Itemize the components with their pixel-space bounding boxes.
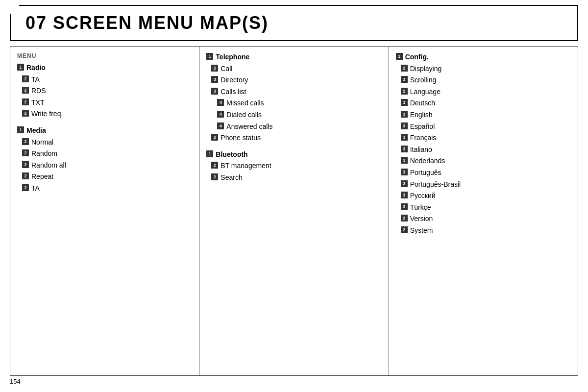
- list-item: 2 TA: [17, 75, 194, 85]
- badge-3: 3: [401, 134, 408, 141]
- list-item: 1 Media: [17, 126, 194, 136]
- item-label: System: [410, 226, 433, 236]
- list-item: 2 TA: [17, 184, 194, 194]
- item-label: Config.: [405, 52, 429, 62]
- item-label: Dialed calls: [226, 110, 262, 120]
- list-item: 2 Phone status: [206, 133, 383, 143]
- list-item: 4 Missed calls: [206, 98, 383, 108]
- badge-3: 3: [401, 180, 408, 187]
- item-label: Normal: [31, 138, 53, 147]
- badge-3: 3: [401, 111, 408, 118]
- list-item: 2 RDS: [17, 86, 194, 96]
- item-label: Call: [220, 64, 232, 74]
- badge-2: 2: [401, 215, 408, 221]
- item-label: Displaying: [410, 64, 442, 74]
- badge-3: 3: [401, 146, 408, 152]
- title-banner: 07 SCREEN MENU MAP(S): [10, 5, 578, 41]
- item-label: Search: [220, 173, 242, 183]
- list-item: 3 Português: [396, 168, 573, 178]
- item-label: TA: [31, 75, 40, 85]
- item-label: Directory: [220, 75, 248, 85]
- item-label: Español: [410, 122, 435, 132]
- list-item: 2 Version: [396, 214, 573, 224]
- page-number: 154: [10, 376, 578, 387]
- list-item: 2 Normal: [17, 138, 194, 147]
- list-item: 2 Search: [206, 173, 383, 183]
- badge-3: 3: [401, 192, 408, 198]
- item-label: Phone status: [220, 133, 261, 143]
- badge-4: 4: [217, 99, 224, 106]
- item-label: Answered calls: [226, 122, 272, 132]
- item-label: Write freq.: [31, 109, 63, 119]
- badge-1: 1: [206, 53, 213, 60]
- item-label: Français: [410, 133, 437, 143]
- badge-3: 3: [401, 99, 408, 106]
- list-item: 1 Config.: [396, 52, 573, 62]
- badge-2: 2: [211, 134, 218, 141]
- badge-2: 2: [211, 173, 218, 180]
- badge-1: 1: [17, 126, 24, 133]
- item-label: Language: [410, 87, 441, 97]
- list-item: 2 Write freq.: [17, 109, 194, 119]
- badge-2: 2: [401, 65, 408, 72]
- badge-2: 2: [22, 184, 29, 191]
- list-item: 3 Italiano: [396, 145, 573, 155]
- column-telephone: 1 Telephone 2 Call 3 Directory 3 Calls l…: [199, 47, 389, 375]
- list-item: 3 Русский: [396, 191, 573, 201]
- item-label: Русский: [410, 191, 436, 201]
- item-label: Missed calls: [226, 98, 264, 108]
- item-label: English: [410, 110, 433, 120]
- item-label: Türkçe: [410, 203, 431, 213]
- badge-4: 4: [217, 111, 224, 118]
- list-item: 3 Português-Brasil: [396, 180, 573, 190]
- list-item: 1 Telephone: [206, 52, 383, 62]
- page: 07 SCREEN MENU MAP(S) MENU 1 Radio 2 TA …: [0, 0, 588, 392]
- item-label: TA: [31, 184, 40, 194]
- list-item: 2 Language: [396, 87, 573, 97]
- list-item: 3 Türkçe: [396, 203, 573, 213]
- item-label: Media: [26, 126, 46, 136]
- badge-2: 2: [211, 65, 218, 72]
- list-item: 4 Answered calls: [206, 122, 383, 132]
- list-item: 3 English: [396, 110, 573, 120]
- item-label: RDS: [31, 86, 46, 96]
- badge-2: 2: [22, 172, 29, 179]
- badge-3: 3: [401, 122, 408, 129]
- badge-1: 1: [206, 150, 213, 157]
- badge-2: 2: [22, 149, 29, 156]
- item-label: Scrolling: [410, 75, 437, 85]
- col-header-menu: MENU: [17, 52, 194, 59]
- content-area: MENU 1 Radio 2 TA 2 RDS 2 TXT 2 Write fr…: [10, 46, 578, 376]
- item-label: BT management: [220, 161, 271, 171]
- list-item: 2 Call: [206, 64, 383, 74]
- item-label: Version: [410, 214, 433, 224]
- badge-2: 2: [22, 75, 29, 82]
- list-item: 2 System: [396, 226, 573, 236]
- badge-3: 3: [401, 203, 408, 210]
- list-item: 3 Nederlands: [396, 156, 573, 166]
- badge-2: 2: [22, 110, 29, 117]
- badge-1: 1: [396, 53, 403, 60]
- list-item: 3 Español: [396, 122, 573, 132]
- list-item: 1 Radio: [17, 63, 194, 73]
- badge-2: 2: [22, 138, 29, 145]
- badge-2: 2: [22, 161, 29, 168]
- item-label: Nederlands: [410, 156, 445, 166]
- badge-3: 3: [211, 88, 218, 95]
- item-label: Português: [410, 168, 441, 178]
- list-item: 2 Displaying: [396, 64, 573, 74]
- list-item: 3 Directory: [206, 75, 383, 85]
- list-item: 3 Scrolling: [396, 75, 573, 85]
- list-item: 2 Random: [17, 149, 194, 159]
- item-label: Calls list: [220, 87, 246, 97]
- list-item: 2 Repeat: [17, 172, 194, 182]
- item-label: Bluetooth: [216, 150, 247, 160]
- column-menu: MENU 1 Radio 2 TA 2 RDS 2 TXT 2 Write fr…: [10, 47, 199, 375]
- item-label: Random all: [31, 161, 66, 171]
- badge-2: 2: [211, 162, 218, 169]
- badge-4: 4: [217, 122, 224, 129]
- item-label: Radio: [26, 63, 46, 73]
- badge-2: 2: [22, 87, 29, 94]
- badge-3: 3: [401, 169, 408, 175]
- item-label: Deutsch: [410, 98, 435, 108]
